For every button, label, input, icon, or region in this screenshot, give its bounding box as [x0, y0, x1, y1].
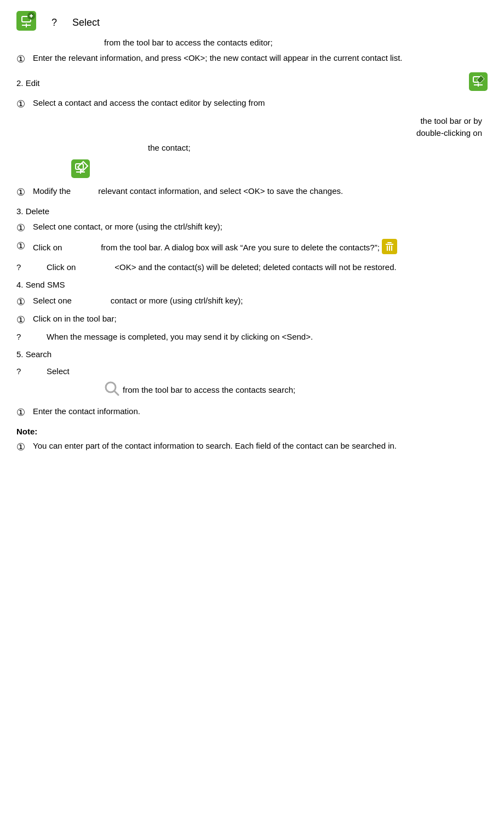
bullet-symbol-7: ①: [16, 313, 28, 328]
delete-bullet2: ① Click on from the tool bar. A dialog b…: [16, 239, 488, 258]
question-mark-1: ?: [51, 15, 57, 30]
edit-bullet2: ① Modify the relevant contact informatio…: [16, 185, 488, 200]
note-bullet: ① You can enter part of the contact info…: [16, 440, 488, 455]
add-contact-icon: [16, 11, 36, 35]
delete-select-text: Select one contact, or more (using the c…: [33, 221, 488, 233]
search-from-toolbar: from the tool bar to access the contacts…: [16, 381, 488, 400]
sms-bullet2: ① Click on in the tool bar;: [16, 313, 488, 328]
section2-title: 2. Edit: [16, 77, 40, 90]
note-text: You can enter part of the contact inform…: [33, 440, 488, 452]
delete-ok-text: Click on <OK> and the contact(s) will be…: [33, 261, 488, 274]
edit-icon-inline-row: [16, 159, 488, 182]
delete-bullet3: ? Click on <OK> and the contact(s) will …: [16, 261, 488, 274]
search-enter-text: Enter the contact information.: [33, 405, 488, 418]
search-select-text: Select: [33, 365, 488, 378]
search-from-toolbar-text: from the tool bar to access the contacts…: [123, 384, 295, 397]
delete-bullet1: ① Select one contact, or more (using the…: [16, 221, 488, 236]
modify-text: Modify the relevant contact information,…: [33, 185, 488, 198]
edit-bullet1: ① Select a contact and access the contac…: [16, 97, 488, 112]
search-icon: [104, 381, 119, 400]
search-bullet1: ? Select: [16, 365, 488, 378]
bullet-symbol-5: ①: [16, 239, 28, 254]
note-section: Note: ① You can enter part of the contac…: [16, 426, 488, 455]
sms-bullet3: ? When the message is completed, you may…: [16, 331, 488, 343]
sms-click-text: Click on in the tool bar;: [33, 313, 488, 325]
double-click-text: double-clicking on: [16, 127, 488, 140]
section-search: 5. Search ? Select from the tool bar to …: [16, 348, 488, 420]
svg-line-22: [114, 391, 118, 395]
svg-rect-18: [387, 245, 388, 251]
delete-icon-inline: [382, 239, 397, 258]
delete-click-text: Click on from the tool bar. A dialog box…: [33, 239, 488, 258]
top-section: ? Select from the tool bar to access the…: [16, 11, 488, 67]
enter-info-text: Enter the relevant information, and pres…: [33, 52, 488, 65]
bullet-symbol-1: ①: [16, 52, 28, 67]
note-title: Note:: [16, 426, 488, 438]
bullet-symbol-8: ①: [16, 405, 28, 420]
edit-icon: [469, 72, 488, 95]
section-sms: 4. Send SMS ① Select one contact or more…: [16, 279, 488, 343]
bullet-symbol-3: ①: [16, 185, 28, 200]
svg-rect-19: [389, 245, 390, 251]
question-mark-4: ?: [16, 365, 28, 378]
select-label: Select: [72, 15, 100, 30]
bullet-symbol-9: ①: [16, 440, 28, 455]
bullet-symbol-6: ①: [16, 295, 28, 310]
enter-info-item: ① Enter the relevant information, and pr…: [16, 52, 488, 67]
section4-title: 4. Send SMS: [16, 280, 65, 289]
sms-bullet1: ① Select one contact or more (using ctrl…: [16, 295, 488, 310]
svg-rect-20: [391, 245, 392, 251]
section3-title: 3. Delete: [16, 207, 49, 216]
section-delete: 3. Delete ① Select one contact, or more …: [16, 205, 488, 274]
toolbar-or-by-text: the tool bar or by: [16, 115, 488, 128]
bullet-symbol-4: ①: [16, 221, 28, 236]
search-bullet2: ① Enter the contact information.: [16, 405, 488, 420]
section-edit: 2. Edit ① Select a contact and access th…: [16, 72, 488, 200]
edit-icon-small: [71, 159, 90, 182]
sms-send-text: When the message is completed, you may s…: [33, 331, 488, 343]
svg-rect-17: [387, 242, 392, 243]
bullet-symbol-2: ①: [16, 97, 28, 112]
the-contact-text: the contact;: [16, 142, 488, 154]
question-mark-3: ?: [16, 331, 28, 343]
from-toolbar-text: from the tool bar to access the contacts…: [16, 37, 488, 49]
question-mark-2: ?: [16, 261, 28, 274]
section5-title: 5. Search: [16, 350, 51, 359]
edit-select-text: Select a contact and access the contact …: [33, 97, 488, 110]
svg-rect-16: [386, 244, 393, 245]
sms-select-text: Select one contact or more (using ctrl/s…: [33, 295, 488, 307]
